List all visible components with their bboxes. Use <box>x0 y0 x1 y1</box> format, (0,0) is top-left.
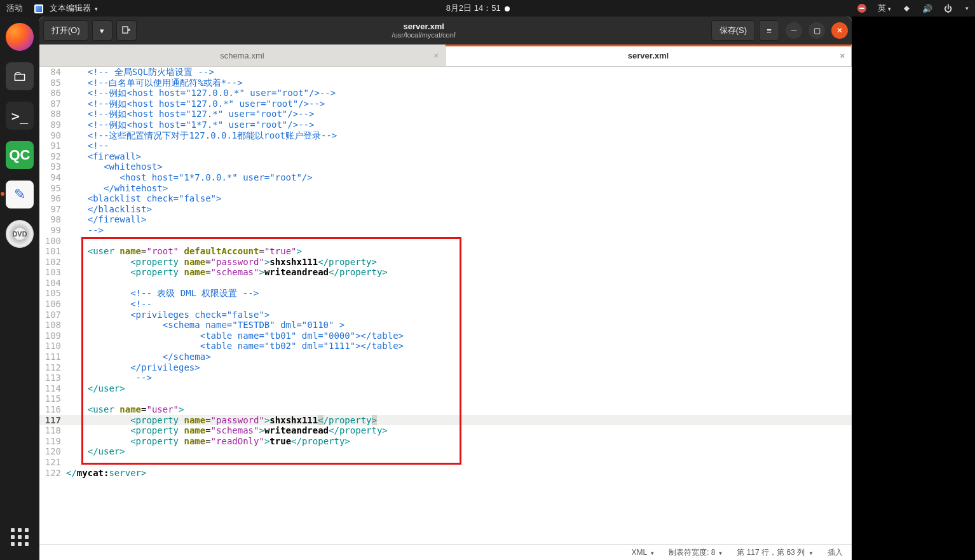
code-line[interactable]: 113 --> <box>39 372 852 383</box>
line-number: 112 <box>39 362 65 373</box>
code-line[interactable]: 105 <!-- 表级 DML 权限设置 --> <box>39 288 852 299</box>
code-line[interactable]: 120 </user> <box>39 446 852 457</box>
tab-width-selector[interactable]: 制表符宽度: 8▼ <box>669 547 723 558</box>
line-number: 102 <box>39 257 65 268</box>
code-line[interactable]: 87 <!--例如<host host="127.0.*" user="root… <box>39 99 852 109</box>
line-number: 110 <box>39 341 65 352</box>
window-maximize-button[interactable]: ▢ <box>808 22 825 39</box>
line-number: 111 <box>39 352 65 362</box>
code-line[interactable]: 116 <user name="user"> <box>39 404 852 415</box>
dock-text-editor-icon[interactable]: ✎ <box>6 181 34 208</box>
line-number: 122 <box>39 468 65 479</box>
code-line[interactable]: 97 </blacklist> <box>39 204 852 215</box>
new-tab-icon <box>122 26 131 35</box>
dock-dvd-icon[interactable]: DVD <box>6 220 34 248</box>
code-line[interactable]: 106 <!-- <box>39 299 852 310</box>
power-icon[interactable]: ⏻ <box>944 4 952 13</box>
line-number: 107 <box>39 310 65 320</box>
code-line[interactable]: 95 </whitehost> <box>39 183 852 194</box>
tab-server-xml[interactable]: server.xml × <box>446 44 852 66</box>
code-line[interactable]: 112 </privileges> <box>39 362 852 373</box>
code-line[interactable]: 99 --> <box>39 225 852 236</box>
dock: 🗀 >_ QC ✎ DVD <box>0 17 39 560</box>
dock-files-icon[interactable]: 🗀 <box>6 62 34 90</box>
code-line[interactable]: 102 <property name="password">shxshx111<… <box>39 257 852 268</box>
dock-show-applications-icon[interactable] <box>11 528 29 546</box>
code-line[interactable]: 85 <!--白名单可以使用通配符%或着*--> <box>39 78 852 88</box>
code-line[interactable]: 111 </schema> <box>39 352 852 362</box>
appmenu-button[interactable]: 文本编辑器 ▾ <box>34 3 98 14</box>
new-tab-button[interactable] <box>116 20 137 41</box>
language-selector[interactable]: XML▼ <box>631 548 655 557</box>
dock-qc-icon[interactable]: QC <box>6 141 34 169</box>
code-line[interactable]: 114 </user> <box>39 383 852 394</box>
save-button[interactable]: 保存(S) <box>711 20 755 41</box>
line-number: 104 <box>39 278 65 289</box>
activities-button[interactable]: 活动 <box>6 3 23 14</box>
line-number: 89 <box>39 120 65 130</box>
code-line[interactable]: 122</mycat:server> <box>39 468 852 479</box>
recording-dot-icon <box>505 6 510 11</box>
line-number: 86 <box>39 88 65 99</box>
line-number: 91 <box>39 140 65 151</box>
code-line[interactable]: 100 <box>39 236 852 247</box>
code-line[interactable]: 118 <property name="schemas">writeandrea… <box>39 425 852 436</box>
volume-icon[interactable]: 🔊 <box>922 4 932 13</box>
line-number: 108 <box>39 320 65 331</box>
code-line[interactable]: 101 <user name="root" defaultAccount="tr… <box>39 246 852 257</box>
code-line[interactable]: 84 <!-- 全局SQL防火墙设置 --> <box>39 67 852 78</box>
code-line[interactable]: 98 </firewall> <box>39 214 852 225</box>
window-minimize-button[interactable]: ─ <box>786 22 802 39</box>
code-line[interactable]: 89 <!--例如<host host="1*7.*" user="root"/… <box>39 120 852 130</box>
tab-close-icon[interactable]: × <box>433 51 439 60</box>
tab-close-icon[interactable]: × <box>840 51 845 60</box>
do-not-disturb-icon[interactable] <box>857 4 866 13</box>
code-line[interactable]: 119 <property name="readOnly">true</prop… <box>39 436 852 447</box>
code-line[interactable]: 93 <whitehost> <box>39 161 852 172</box>
network-icon[interactable]: ⯁ <box>903 4 911 13</box>
tab-label: schema.xml <box>220 51 264 60</box>
svg-rect-0 <box>123 27 128 33</box>
line-number: 95 <box>39 183 65 194</box>
code-line[interactable]: 108 <schema name="TESTDB" dml="0110" > <box>39 320 852 331</box>
code-line[interactable]: 103 <property name="schemas">writeandrea… <box>39 267 852 278</box>
clock-label[interactable]: 8月2日 14：51 <box>446 3 510 13</box>
code-line[interactable]: 96 <blacklist check="false"> <box>39 193 852 204</box>
open-recent-button[interactable]: ▾ <box>92 20 112 41</box>
editor-view[interactable]: 84 <!-- 全局SQL防火墙设置 -->85 <!--白名单可以使用通配符%… <box>39 67 852 544</box>
line-number: 85 <box>39 78 65 88</box>
line-number: 113 <box>39 372 65 383</box>
window-close-button[interactable]: ✕ <box>831 22 848 39</box>
code-line[interactable]: 104 <box>39 278 852 289</box>
insert-mode[interactable]: 插入 <box>828 547 843 558</box>
dock-terminal-icon[interactable]: >_ <box>6 102 34 130</box>
code-line[interactable]: 117 <property name="password">shxshx111<… <box>39 415 852 426</box>
code-line[interactable]: 115 <box>39 393 852 404</box>
line-number: 100 <box>39 236 65 247</box>
code-line[interactable]: 121 <box>39 457 852 468</box>
line-number: 101 <box>39 246 65 257</box>
code-line[interactable]: 107 <privileges check="false"> <box>39 310 852 320</box>
code-line[interactable]: 90 <!--这些配置情况下对于127.0.0.1都能以root账户登录--> <box>39 130 852 141</box>
code-line[interactable]: 92 <firewall> <box>39 151 852 162</box>
code-line[interactable]: 91 <!-- <box>39 140 852 151</box>
code-line[interactable]: 86 <!--例如<host host="127.0.0.*" user="ro… <box>39 88 852 99</box>
tab-bar: schema.xml × server.xml × <box>39 44 852 67</box>
line-number: 97 <box>39 204 65 215</box>
line-number: 120 <box>39 446 65 457</box>
line-number: 87 <box>39 99 65 109</box>
tab-schema-xml[interactable]: schema.xml × <box>39 44 446 66</box>
ime-indicator[interactable]: 英▾ <box>878 3 891 14</box>
dock-firefox-icon[interactable] <box>6 23 34 51</box>
hamburger-menu-button[interactable]: ≡ <box>759 20 779 41</box>
line-number: 93 <box>39 161 65 172</box>
open-button[interactable]: 打开(O) <box>43 20 88 41</box>
code-line[interactable]: 88 <!--例如<host host="127.*" user="root"/… <box>39 109 852 120</box>
code-line[interactable]: 109 <table name="tb01" dml="0000"></tabl… <box>39 331 852 341</box>
window-title: server.xml /usr/local/mycat/conf <box>140 22 707 40</box>
code-line[interactable]: 94 <host host="1*7.0.0.*" user="root"/> <box>39 172 852 183</box>
line-number: 114 <box>39 383 65 394</box>
system-menu-chevron-icon[interactable]: ▾ <box>965 5 969 11</box>
code-line[interactable]: 110 <table name="tb02" dml="1111"></tabl… <box>39 341 852 352</box>
line-number: 92 <box>39 151 65 162</box>
